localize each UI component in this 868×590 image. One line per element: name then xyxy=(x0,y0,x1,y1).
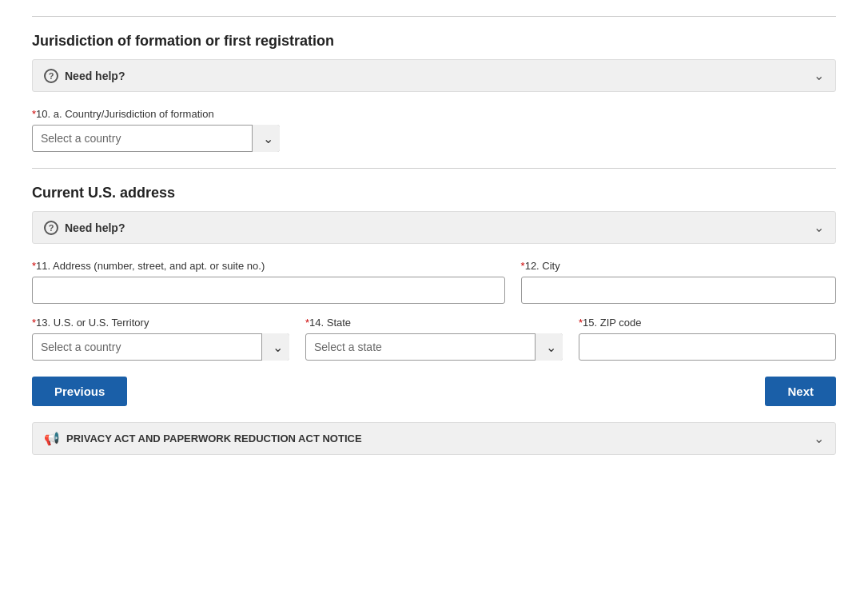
jurisdiction-title: Jurisdiction of formation or first regis… xyxy=(32,33,836,50)
help-label: Need help? xyxy=(65,70,125,82)
state-select-wrapper[interactable]: Select a state ⌄ xyxy=(305,333,563,361)
field-13-label: *13. U.S. or U.S. Territory xyxy=(32,317,289,329)
notice-chevron-icon: ⌄ xyxy=(814,431,824,446)
address-input[interactable] xyxy=(32,277,505,304)
help-box-left: ? Need help? xyxy=(44,69,125,83)
us-territory-select[interactable]: Select a country xyxy=(32,333,289,361)
field-12-group: *12. City xyxy=(521,260,836,304)
address-title: Current U.S. address xyxy=(32,185,836,201)
jurisdiction-section: Jurisdiction of formation or first regis… xyxy=(32,33,836,152)
field-14-label: *14. State xyxy=(305,317,563,329)
help-chevron-icon: ⌄ xyxy=(814,68,824,83)
jurisdiction-help-box[interactable]: ? Need help? ⌄ xyxy=(32,59,836,92)
country-jurisdiction-select[interactable]: Select a country xyxy=(32,125,280,152)
address-help-label: Need help? xyxy=(65,221,125,234)
field-11-group: *11. Address (number, street, and apt. o… xyxy=(32,260,505,304)
megaphone-icon: 📢 xyxy=(44,431,60,446)
state-territory-row: *13. U.S. or U.S. Territory Select a cou… xyxy=(32,317,836,361)
field-11-label: *11. Address (number, street, and apt. o… xyxy=(32,260,505,272)
field-10a-label: *10. a. Country/Jurisdiction of formatio… xyxy=(32,108,836,120)
state-select[interactable]: Select a state xyxy=(305,333,563,361)
country-jurisdiction-select-wrapper[interactable]: Select a country ⌄ xyxy=(32,125,280,152)
address-help-icon: ? xyxy=(44,221,58,235)
us-territory-select-wrapper[interactable]: Select a country ⌄ xyxy=(32,333,289,361)
city-input[interactable] xyxy=(521,277,836,304)
field-15-group: *15. ZIP code xyxy=(579,317,836,361)
address-section: Current U.S. address ? Need help? ⌄ *11.… xyxy=(32,185,836,361)
field-13-group: *13. U.S. or U.S. Territory Select a cou… xyxy=(32,317,289,361)
button-row: Previous Next xyxy=(32,377,836,406)
field-14-group: *14. State Select a state ⌄ xyxy=(305,317,563,361)
notice-box-left: 📢 PRIVACY ACT AND PAPERWORK REDUCTION AC… xyxy=(44,431,362,446)
privacy-notice-box[interactable]: 📢 PRIVACY ACT AND PAPERWORK REDUCTION AC… xyxy=(32,422,836,455)
next-button[interactable]: Next xyxy=(765,377,836,406)
help-icon: ? xyxy=(44,69,58,83)
previous-button[interactable]: Previous xyxy=(32,377,127,406)
address-help-box[interactable]: ? Need help? ⌄ xyxy=(32,211,836,244)
address-help-chevron-icon: ⌄ xyxy=(814,220,824,235)
field-12-label: *12. City xyxy=(521,260,836,272)
zip-input[interactable] xyxy=(579,333,836,361)
address-row: *11. Address (number, street, and apt. o… xyxy=(32,260,836,304)
address-help-box-left: ? Need help? xyxy=(44,221,125,235)
field-15-label: *15. ZIP code xyxy=(579,317,836,329)
field-10a-group: *10. a. Country/Jurisdiction of formatio… xyxy=(32,108,836,152)
notice-label: PRIVACY ACT AND PAPERWORK REDUCTION ACT … xyxy=(66,433,362,444)
